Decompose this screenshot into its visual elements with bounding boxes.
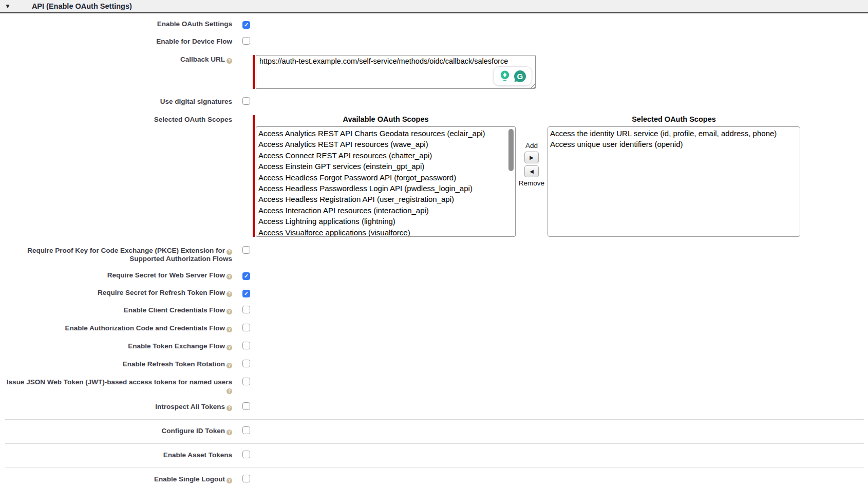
label-text: Configure ID Token	[162, 427, 225, 435]
label-enable-for-device-flow: Enable for Device Flow	[0, 37, 232, 45]
available-scopes-items: Access Analytics REST API Charts Geodata…	[256, 127, 515, 237]
checkbox-enable-single-logout[interactable]	[242, 475, 250, 482]
help-icon[interactable]: ?	[227, 345, 232, 350]
scope-option[interactable]: Access Headless Forgot Password API (for…	[258, 172, 515, 183]
row-enable-client-credentials-flow: Enable Client Credentials Flow?	[0, 306, 868, 315]
grammarly-overlay[interactable]: G	[493, 66, 532, 86]
oauth-settings-form: Enable OAuth Settings✓Enable for Device …	[0, 13, 868, 484]
label-text: Use digital signatures	[160, 98, 232, 105]
row-divider	[5, 419, 864, 420]
scope-option[interactable]: Access the identity URL service (id, pro…	[550, 128, 800, 139]
label-text: Require Secret for Refresh Token Flow	[98, 289, 225, 296]
selected-scopes-listbox[interactable]: Access the identity URL service (id, pro…	[548, 126, 800, 237]
left-arrow-icon: ◀	[530, 169, 534, 174]
row-enable-for-device-flow: Enable for Device Flow	[0, 37, 868, 47]
row-divider	[5, 468, 864, 468]
scope-option[interactable]: Access Einstein GPT services (einstein_g…	[258, 161, 515, 172]
checkbox-enable-token-exchange-flow[interactable]	[242, 342, 250, 349]
checkbox-issue-jwt-access-tokens-for-named-users[interactable]	[242, 378, 250, 385]
help-icon[interactable]: ?	[227, 363, 232, 368]
label-text: Enable Asset Tokens	[163, 451, 232, 459]
label-introspect-all-tokens: Introspect All Tokens?	[0, 402, 232, 411]
label-text: Issue JSON Web Token (JWT)-based access …	[7, 378, 232, 386]
help-icon[interactable]: ?	[227, 478, 232, 483]
grammarly-icon[interactable]: G	[513, 69, 527, 83]
scrollbar-thumb[interactable]	[508, 129, 514, 171]
row-enable-asset-tokens: Enable Asset Tokens	[0, 451, 868, 460]
label-enable-refresh-token-rotation: Enable Refresh Token Rotation?	[0, 360, 232, 368]
bottom-rows: Require Proof Key for Code Exchange (PKC…	[0, 246, 868, 484]
row-require-secret-web-server-flow: Require Secret for Web Server Flow?✓	[0, 271, 868, 280]
row-use-digital-signatures: Use digital signatures	[0, 97, 868, 107]
row-enable-oauth-settings: Enable OAuth Settings✓	[0, 20, 868, 29]
help-icon[interactable]: ?	[227, 274, 232, 279]
label-use-digital-signatures: Use digital signatures	[0, 97, 232, 105]
label-issue-jwt-access-tokens-for-named-users: Issue JSON Web Token (JWT)-based access …	[0, 378, 232, 394]
label-require-secret-refresh-token-flow: Require Secret for Refresh Token Flow?	[0, 288, 232, 297]
checkbox-introspect-all-tokens[interactable]	[242, 402, 250, 410]
row-issue-jwt-access-tokens-for-named-users: Issue JSON Web Token (JWT)-based access …	[0, 378, 868, 394]
label-configure-id-token: Configure ID Token?	[0, 426, 232, 435]
row-configure-id-token: Configure ID Token?	[0, 426, 868, 436]
label-text: Enable Single Logout	[154, 475, 225, 483]
scope-option[interactable]: Access Headless Registration API (user_r…	[258, 194, 515, 204]
remove-scope-button[interactable]: ◀	[524, 165, 539, 177]
label-text: Introspect All Tokens	[155, 403, 225, 410]
row-enable-authorization-code-and-credentials-flow: Enable Authorization Code and Credential…	[0, 324, 868, 333]
checkbox-require-pkce-extension[interactable]	[242, 246, 250, 254]
top-rows: Enable OAuth Settings✓Enable for Device …	[0, 20, 868, 47]
help-icon[interactable]: ?	[227, 58, 232, 64]
callback-url-label-text: Callback URL	[180, 55, 225, 63]
row-require-secret-refresh-token-flow: Require Secret for Refresh Token Flow?✓	[0, 288, 868, 297]
label-require-pkce-extension: Require Proof Key for Code Exchange (PKC…	[0, 246, 232, 263]
section-header: ▼ API (Enable OAuth Settings)	[0, 0, 868, 13]
help-icon[interactable]: ?	[227, 405, 232, 411]
checkbox-enable-authorization-code-and-credentials-flow[interactable]	[242, 324, 250, 331]
scope-option[interactable]: Access Lightning applications (lightning…	[258, 216, 515, 227]
checkbox-enable-asset-tokens[interactable]	[242, 451, 250, 458]
add-label: Add	[525, 142, 538, 150]
add-scope-button[interactable]: ▶	[524, 152, 539, 163]
help-icon[interactable]: ?	[227, 430, 232, 435]
help-icon[interactable]: ?	[227, 388, 232, 394]
scope-option[interactable]: Access Visualforce applications (visualf…	[258, 227, 515, 237]
checkbox-require-secret-web-server-flow[interactable]: ✓	[242, 272, 250, 280]
available-scopes-listbox[interactable]: Access Analytics REST API Charts Geodata…	[256, 126, 516, 237]
checkbox-enable-client-credentials-flow[interactable]	[242, 306, 250, 313]
checkbox-enable-oauth-settings[interactable]: ✓	[242, 21, 250, 29]
help-icon[interactable]: ?	[227, 291, 232, 297]
label-text: Enable Refresh Token Rotation	[123, 360, 225, 368]
scope-option[interactable]: Access Connect REST API resources (chatt…	[258, 150, 515, 161]
label-enable-client-credentials-flow: Enable Client Credentials Flow?	[0, 306, 232, 314]
help-icon[interactable]: ?	[227, 309, 232, 314]
label-text: Enable Client Credentials Flow	[124, 306, 225, 314]
row-selected-oauth-scopes: Selected OAuth Scopes Available OAuth Sc…	[0, 115, 868, 237]
label-selected-oauth-scopes: Selected OAuth Scopes	[0, 115, 232, 123]
checkbox-use-digital-signatures[interactable]	[242, 97, 250, 105]
label-text: Require Secret for Web Server Flow	[107, 271, 225, 279]
lightbulb-icon[interactable]	[498, 69, 512, 83]
help-icon[interactable]: ?	[227, 249, 232, 255]
label-text: Supported Authorization Flows	[129, 255, 232, 263]
scope-option[interactable]: Access unique user identifiers (openid)	[550, 139, 800, 150]
remove-label: Remove	[519, 179, 544, 187]
row-enable-single-logout: Enable Single Logout?	[0, 475, 868, 484]
checkbox-enable-refresh-token-rotation[interactable]	[242, 360, 250, 367]
checkbox-configure-id-token[interactable]	[242, 426, 250, 434]
label-text: Enable for Device Flow	[156, 38, 232, 45]
section-title: API (Enable OAuth Settings)	[32, 2, 132, 10]
required-field-bar	[253, 115, 255, 237]
row-divider	[5, 443, 864, 444]
checkbox-require-secret-refresh-token-flow[interactable]: ✓	[242, 290, 250, 297]
scope-option[interactable]: Access Headless Passwordless Login API (…	[258, 183, 515, 194]
scope-option[interactable]: Access Interaction API resources (intera…	[258, 205, 515, 216]
label-callback-url: Callback URL?	[0, 55, 232, 64]
label-enable-single-logout: Enable Single Logout?	[0, 475, 232, 483]
checkbox-enable-for-device-flow[interactable]	[242, 37, 250, 45]
scope-option[interactable]: Access Analytics REST API Charts Geodata…	[258, 128, 515, 139]
label-text: Enable Authorization Code and Credential…	[65, 324, 225, 332]
label-enable-authorization-code-and-credentials-flow: Enable Authorization Code and Credential…	[0, 324, 232, 332]
scope-option[interactable]: Access Analytics REST API resources (wav…	[258, 139, 515, 150]
collapse-twisty-icon[interactable]: ▼	[5, 3, 11, 9]
help-icon[interactable]: ?	[227, 327, 232, 332]
